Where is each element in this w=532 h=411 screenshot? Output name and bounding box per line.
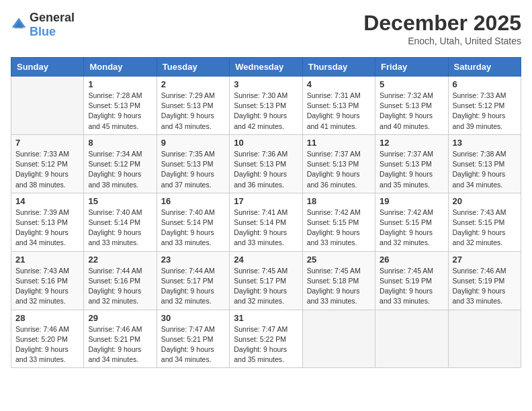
page-header: General Blue December 2025 Enoch, Utah, … (11, 11, 521, 46)
calendar-cell: 24Sunrise: 7:45 AMSunset: 5:17 PMDayligh… (230, 251, 302, 310)
day-info: Sunrise: 7:36 AMSunset: 5:13 PMDaylight:… (234, 149, 298, 190)
day-info: Sunrise: 7:44 AMSunset: 5:17 PMDaylight:… (161, 266, 225, 307)
calendar-cell: 8Sunrise: 7:34 AMSunset: 5:12 PMDaylight… (84, 134, 157, 193)
calendar-cell: 21Sunrise: 7:43 AMSunset: 5:16 PMDayligh… (11, 251, 84, 310)
calendar-cell: 30Sunrise: 7:47 AMSunset: 5:21 PMDayligh… (157, 310, 229, 368)
calendar-cell: 2Sunrise: 7:29 AMSunset: 5:13 PMDaylight… (157, 77, 229, 135)
calendar-cell: 29Sunrise: 7:46 AMSunset: 5:21 PMDayligh… (84, 310, 157, 368)
day-info: Sunrise: 7:30 AMSunset: 5:13 PMDaylight:… (234, 91, 298, 132)
calendar-cell: 13Sunrise: 7:38 AMSunset: 5:13 PMDayligh… (448, 134, 521, 193)
calendar-cell: 6Sunrise: 7:33 AMSunset: 5:12 PMDaylight… (448, 77, 521, 135)
weekday-header: Saturday (448, 58, 521, 77)
day-number: 6 (453, 79, 517, 89)
day-info: Sunrise: 7:29 AMSunset: 5:13 PMDaylight:… (161, 91, 225, 132)
logo-general-text: General (30, 11, 75, 25)
day-info: Sunrise: 7:39 AMSunset: 5:13 PMDaylight:… (15, 208, 79, 248)
day-number: 28 (15, 313, 79, 323)
calendar-cell: 15Sunrise: 7:40 AMSunset: 5:14 PMDayligh… (84, 193, 157, 251)
calendar-cell: 16Sunrise: 7:40 AMSunset: 5:14 PMDayligh… (157, 193, 229, 251)
day-number: 3 (234, 79, 298, 89)
day-info: Sunrise: 7:40 AMSunset: 5:14 PMDaylight:… (161, 208, 225, 248)
calendar-cell: 27Sunrise: 7:46 AMSunset: 5:19 PMDayligh… (448, 251, 521, 310)
calendar-cell: 23Sunrise: 7:44 AMSunset: 5:17 PMDayligh… (157, 251, 229, 310)
day-number: 27 (453, 255, 517, 265)
day-number: 13 (453, 138, 517, 148)
calendar-cell: 12Sunrise: 7:37 AMSunset: 5:13 PMDayligh… (375, 134, 448, 193)
day-number: 10 (234, 138, 298, 148)
calendar-cell: 3Sunrise: 7:30 AMSunset: 5:13 PMDaylight… (230, 77, 302, 135)
day-number: 26 (380, 255, 443, 265)
calendar-week-row: 21Sunrise: 7:43 AMSunset: 5:16 PMDayligh… (11, 251, 521, 310)
day-number: 18 (307, 196, 371, 206)
day-info: Sunrise: 7:42 AMSunset: 5:15 PMDaylight:… (380, 208, 443, 248)
day-number: 21 (15, 255, 79, 265)
logo-blue-text: Blue (30, 25, 75, 39)
day-number: 2 (161, 79, 225, 89)
day-number: 17 (234, 196, 298, 206)
month-year: December 2025 (363, 11, 521, 36)
day-info: Sunrise: 7:44 AMSunset: 5:16 PMDaylight:… (88, 266, 152, 307)
day-number: 15 (88, 196, 152, 206)
day-number: 9 (161, 138, 225, 148)
logo-icon (11, 17, 27, 33)
day-info: Sunrise: 7:33 AMSunset: 5:12 PMDaylight:… (453, 91, 517, 132)
weekday-header: Monday (84, 58, 157, 77)
day-info: Sunrise: 7:28 AMSunset: 5:13 PMDaylight:… (88, 91, 152, 132)
calendar-cell: 17Sunrise: 7:41 AMSunset: 5:14 PMDayligh… (230, 193, 302, 251)
calendar-week-row: 28Sunrise: 7:46 AMSunset: 5:20 PMDayligh… (11, 310, 521, 368)
day-info: Sunrise: 7:45 AMSunset: 5:17 PMDaylight:… (234, 266, 298, 307)
calendar-cell: 14Sunrise: 7:39 AMSunset: 5:13 PMDayligh… (11, 193, 84, 251)
day-info: Sunrise: 7:34 AMSunset: 5:12 PMDaylight:… (88, 149, 152, 190)
day-number: 19 (380, 196, 443, 206)
day-info: Sunrise: 7:31 AMSunset: 5:13 PMDaylight:… (307, 91, 371, 132)
title-block: December 2025 Enoch, Utah, United States (363, 11, 521, 46)
day-number: 30 (161, 313, 225, 323)
calendar-cell: 25Sunrise: 7:45 AMSunset: 5:18 PMDayligh… (302, 251, 375, 310)
day-number: 29 (88, 313, 152, 323)
calendar-cell: 20Sunrise: 7:43 AMSunset: 5:15 PMDayligh… (448, 193, 521, 251)
day-info: Sunrise: 7:43 AMSunset: 5:16 PMDaylight:… (15, 266, 79, 307)
day-number: 25 (307, 255, 371, 265)
day-info: Sunrise: 7:46 AMSunset: 5:21 PMDaylight:… (88, 324, 152, 365)
day-info: Sunrise: 7:41 AMSunset: 5:14 PMDaylight:… (234, 208, 298, 248)
calendar-cell: 1Sunrise: 7:28 AMSunset: 5:13 PMDaylight… (84, 77, 157, 135)
calendar-cell: 7Sunrise: 7:33 AMSunset: 5:12 PMDaylight… (11, 134, 84, 193)
day-number: 31 (234, 313, 298, 323)
weekday-header: Friday (375, 58, 448, 77)
day-info: Sunrise: 7:32 AMSunset: 5:13 PMDaylight:… (380, 91, 443, 132)
calendar-cell: 18Sunrise: 7:42 AMSunset: 5:15 PMDayligh… (302, 193, 375, 251)
calendar-cell: 11Sunrise: 7:37 AMSunset: 5:13 PMDayligh… (302, 134, 375, 193)
day-info: Sunrise: 7:33 AMSunset: 5:12 PMDaylight:… (15, 149, 79, 190)
day-info: Sunrise: 7:45 AMSunset: 5:19 PMDaylight:… (380, 266, 443, 307)
weekday-header: Tuesday (157, 58, 229, 77)
weekday-header: Wednesday (230, 58, 302, 77)
day-info: Sunrise: 7:38 AMSunset: 5:13 PMDaylight:… (453, 149, 517, 190)
calendar-cell: 4Sunrise: 7:31 AMSunset: 5:13 PMDaylight… (302, 77, 375, 135)
day-number: 5 (380, 79, 443, 89)
day-number: 23 (161, 255, 225, 265)
calendar-week-row: 14Sunrise: 7:39 AMSunset: 5:13 PMDayligh… (11, 193, 521, 251)
calendar-cell: 10Sunrise: 7:36 AMSunset: 5:13 PMDayligh… (230, 134, 302, 193)
day-number: 4 (307, 79, 371, 89)
calendar-cell: 26Sunrise: 7:45 AMSunset: 5:19 PMDayligh… (375, 251, 448, 310)
day-info: Sunrise: 7:47 AMSunset: 5:22 PMDaylight:… (234, 324, 298, 365)
calendar-table: SundayMondayTuesdayWednesdayThursdayFrid… (11, 57, 521, 368)
calendar-cell: 31Sunrise: 7:47 AMSunset: 5:22 PMDayligh… (230, 310, 302, 368)
calendar-week-row: 1Sunrise: 7:28 AMSunset: 5:13 PMDaylight… (11, 77, 521, 135)
day-number: 8 (88, 138, 152, 148)
day-info: Sunrise: 7:35 AMSunset: 5:13 PMDaylight:… (161, 149, 225, 190)
day-info: Sunrise: 7:40 AMSunset: 5:14 PMDaylight:… (88, 208, 152, 248)
day-info: Sunrise: 7:37 AMSunset: 5:13 PMDaylight:… (380, 149, 443, 190)
calendar-cell: 9Sunrise: 7:35 AMSunset: 5:13 PMDaylight… (157, 134, 229, 193)
calendar-week-row: 7Sunrise: 7:33 AMSunset: 5:12 PMDaylight… (11, 134, 521, 193)
day-number: 11 (307, 138, 371, 148)
day-info: Sunrise: 7:47 AMSunset: 5:21 PMDaylight:… (161, 324, 225, 365)
day-number: 22 (88, 255, 152, 265)
day-number: 20 (453, 196, 517, 206)
day-number: 12 (380, 138, 443, 148)
weekday-header: Sunday (11, 58, 84, 77)
calendar-cell: 5Sunrise: 7:32 AMSunset: 5:13 PMDaylight… (375, 77, 448, 135)
calendar-cell: 19Sunrise: 7:42 AMSunset: 5:15 PMDayligh… (375, 193, 448, 251)
day-info: Sunrise: 7:37 AMSunset: 5:13 PMDaylight:… (307, 149, 371, 190)
calendar-cell (11, 77, 84, 135)
